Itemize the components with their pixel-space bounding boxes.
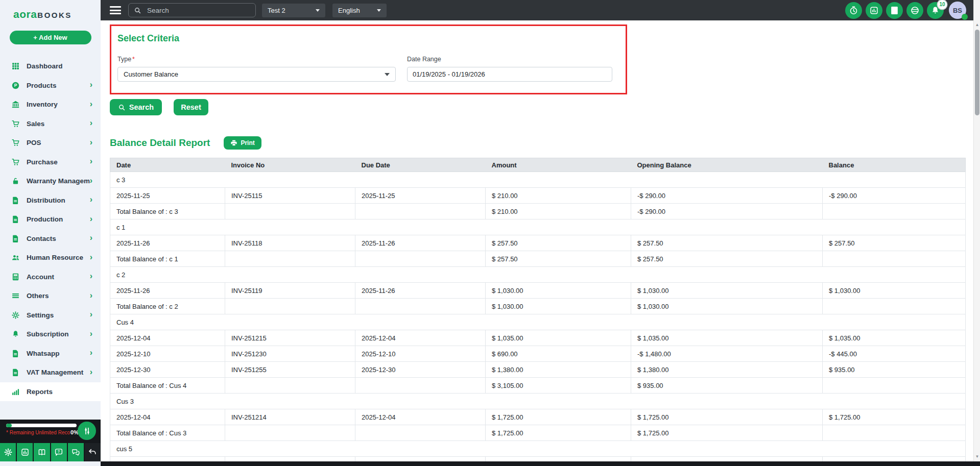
sidebar-item-contacts[interactable]: Contacts› — [0, 229, 101, 249]
table-cell: INV-251230 — [225, 346, 355, 362]
sidebar-item-human-resource[interactable]: Human Resource› — [0, 248, 101, 267]
table-cell: $ 1,725.00 — [486, 425, 631, 441]
table-cell: cus 5 — [110, 441, 966, 457]
file-icon — [11, 368, 20, 377]
help-icon[interactable]: ? — [51, 442, 68, 461]
table-cell: $ 257.50 — [631, 235, 823, 251]
table-cell: $ 257.50 — [486, 251, 631, 267]
sidebar-item-subscription[interactable]: Subscription› — [0, 325, 101, 344]
notifications-button[interactable]: 10 — [927, 2, 944, 19]
table-cell — [225, 204, 355, 219]
printer-icon — [230, 139, 237, 146]
chevron-right-icon: › — [90, 138, 92, 146]
brand-logo[interactable]: aoraBOOKS — [0, 0, 101, 24]
bell-icon — [11, 330, 20, 338]
type-field: Type* Customer Balance — [117, 54, 396, 82]
quick-settings-button[interactable] — [78, 422, 96, 440]
chevron-right-icon: › — [90, 215, 92, 223]
group-row: Cus 3 — [110, 394, 966, 409]
print-button[interactable]: Print — [224, 136, 261, 150]
table-cell — [355, 204, 486, 219]
main-area: Test 2 English 10 BS Selec — [101, 0, 980, 466]
chevron-right-icon: › — [90, 177, 92, 185]
scroll-down-arrow[interactable]: ▼ — [974, 453, 980, 460]
timer-button[interactable] — [845, 2, 862, 19]
search-icon — [118, 104, 126, 111]
chevron-right-icon: › — [90, 330, 92, 338]
table-row: 2025-12-30INV-2512552025-12-30$ 1,380.00… — [110, 362, 966, 378]
sidebar-item-pos[interactable]: POS› — [0, 133, 101, 153]
chat-icon[interactable] — [68, 442, 85, 461]
table-cell: INV-251215 — [225, 330, 355, 346]
table-cell: INV-25118 — [225, 235, 355, 251]
sidebar-item-account[interactable]: Account› — [0, 267, 101, 287]
table-cell: $ 210.00 — [486, 188, 631, 204]
group-row: c 3 — [110, 172, 966, 188]
table-cell: $ 1,725.00 — [823, 409, 966, 425]
search-input[interactable] — [146, 6, 250, 15]
stats-button[interactable] — [866, 2, 882, 19]
chevron-right-icon: › — [90, 195, 92, 204]
table-row: 2025-12-10INV-2512302025-12-10$ 690.00-$… — [110, 346, 966, 362]
sidebar-item-purchase[interactable]: Purchase› — [0, 153, 101, 172]
sidebar-item-production[interactable]: Production› — [0, 210, 101, 229]
scroll-up-arrow[interactable]: ▲ — [974, 21, 980, 28]
sidebar-item-reports[interactable]: Reports — [0, 382, 101, 402]
sidebar-item-label: Products — [27, 82, 90, 89]
total-row: Total Balance of : c 3$ 210.00-$ 290.00 — [110, 204, 966, 219]
sidebar-item-inventory[interactable]: Inventory› — [0, 95, 101, 114]
sidebar-item-products[interactable]: PProducts› — [0, 76, 101, 95]
total-row: Total Balance of : Cus 4$ 3,105.00$ 935.… — [110, 378, 966, 394]
table-cell: $ 1,035.00 — [486, 330, 631, 346]
sidebar-item-settings[interactable]: Settings› — [0, 306, 101, 325]
scanner-button[interactable] — [906, 2, 923, 19]
table-cell: $ 1,030.00 — [486, 299, 631, 314]
analytics-icon[interactable] — [17, 442, 34, 461]
reset-button[interactable]: Reset — [174, 99, 208, 115]
date-range-input[interactable] — [407, 67, 612, 82]
chevron-right-icon: › — [90, 100, 92, 108]
column-header: Due Date — [355, 158, 486, 172]
sidebar-item-label: Whatsapp — [27, 350, 90, 357]
add-new-button[interactable]: + Add New — [10, 31, 91, 44]
column-header: Opening Balance — [631, 158, 823, 172]
table-cell: 2025-12-04 — [355, 330, 486, 346]
sidebar-item-whatsapp[interactable]: Whatsapp› — [0, 344, 101, 363]
sidebar-item-dashboard[interactable]: Dashboard — [0, 57, 101, 76]
date-range-label: Date Range — [407, 56, 441, 63]
table-cell — [355, 299, 486, 314]
sidebar-item-vat-management[interactable]: VAT Management› — [0, 363, 101, 382]
table-cell — [225, 378, 355, 394]
calculator-button[interactable] — [886, 2, 903, 19]
table-cell: 2025-12-04 — [110, 409, 225, 425]
language-select[interactable]: English — [332, 4, 387, 17]
sidebar-item-others[interactable]: Others› — [0, 286, 101, 306]
sidebar: aoraBOOKS + Add New DashboardPProducts›I… — [0, 0, 101, 466]
lock-icon — [11, 177, 20, 185]
chevron-right-icon: › — [90, 81, 92, 89]
sidebar-item-distribution[interactable]: Distribution› — [0, 191, 101, 210]
company-select[interactable]: Test 2 — [262, 4, 325, 17]
total-row: Total Balance of : Cus 3$ 1,725.00$ 1,72… — [110, 425, 966, 441]
sidebar-item-warranty-managem[interactable]: Warranty Managem...› — [0, 171, 101, 191]
sidebar-item-sales[interactable]: Sales› — [0, 114, 101, 134]
table-cell: $ 257.50 — [631, 251, 823, 267]
column-header: Date — [110, 158, 225, 172]
table-cell: -$ 290.00 — [631, 204, 823, 219]
table-cell: 2025-12-30 — [355, 362, 486, 378]
docs-icon[interactable] — [34, 442, 51, 461]
vertical-scrollbar[interactable]: ▲ ▼ — [973, 0, 980, 466]
search-button[interactable]: Search — [110, 99, 162, 115]
scrollbar-thumb[interactable] — [975, 30, 979, 115]
avatar[interactable]: BS — [949, 2, 966, 19]
chevron-right-icon: › — [90, 310, 92, 318]
table-cell — [355, 425, 486, 441]
table-cell: $ 690.00 — [486, 346, 631, 362]
table-cell: $ 1,725.00 — [631, 425, 823, 441]
undo-icon[interactable] — [85, 442, 101, 461]
settings-icon[interactable] — [0, 442, 17, 461]
menu-toggle-button[interactable] — [110, 6, 121, 14]
type-select[interactable]: Customer Balance — [117, 67, 396, 82]
table-cell — [225, 299, 355, 314]
file-icon — [11, 215, 20, 224]
